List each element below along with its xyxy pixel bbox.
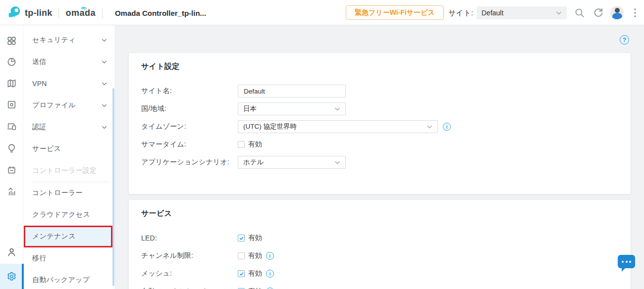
site-name-input[interactable] [238,85,346,97]
mesh-row: メッシュ: 有効 i [141,265,618,283]
top-bar: tp-link omada Omada Controller_tp-lin...… [0,0,644,25]
sites-grid-icon[interactable] [6,36,17,46]
dashboard-pie-icon[interactable] [6,56,17,67]
chevron-down-icon [427,125,432,129]
led-checkbox[interactable] [238,235,245,241]
sidebar-item-maintenance[interactable]: メンテナンス [24,226,112,247]
help-icon[interactable]: ? [620,35,629,45]
emergency-wifi-service-button[interactable]: 緊急フリーWi-Fiサービス [346,5,444,20]
insights-bulb-icon[interactable] [6,143,17,153]
channel-limit-row: チャンネル制限: 有効 i [141,247,618,265]
omada-controller-app: tp-link omada Omada Controller_tp-lin...… [0,0,644,289]
devices-icon[interactable] [6,99,17,110]
chat-dot [629,261,631,263]
info-icon[interactable]: i [266,252,274,260]
settings-gear-icon[interactable] [6,271,17,282]
logs-icon[interactable] [6,165,17,175]
sidebar-item-label: 送信 [32,57,102,66]
check-icon [239,236,244,241]
site-select-dropdown[interactable]: Default [477,6,567,19]
sidebar-item-vpn[interactable]: VPN [23,73,115,95]
omada-wifi-arcs-icon [80,4,88,9]
main-content: ? サイト設定 サイト名: 国/地域: 日本 タイムゾーン: (UTC) 協定世… [115,25,644,289]
chevron-down-icon [334,161,340,164]
chevron-down-icon [102,82,107,86]
sidebar-item-cloud-access[interactable]: クラウドアクセス [23,204,115,226]
check-icon [239,271,244,277]
site-select-value: Default [482,9,556,17]
scenario-select[interactable]: ホテル [238,156,346,169]
user-avatar[interactable] [610,6,624,19]
mesh-label: メッシュ: [141,269,238,278]
sidebar-scrollbar[interactable] [112,88,114,286]
kebab-menu-icon[interactable] [629,7,641,19]
site-name-row: サイト名: [141,82,618,100]
divider [58,7,59,18]
timezone-select[interactable]: (UTC) 協定世界時 [238,120,438,133]
tp-link-wordmark: tp-link [25,8,52,18]
info-icon[interactable]: i [443,123,451,131]
tp-link-logo-icon [7,5,22,20]
scenario-select-value: ホテル [243,158,334,167]
auto-failover-row: 自動フェイルオーバー: 有効 i [141,283,618,289]
led-label: LED: [141,234,238,242]
chevron-down-icon [334,107,340,111]
site-settings-title: サイト設定 [141,61,618,71]
divider [102,7,103,18]
chevron-down-icon [102,60,107,64]
sidebar-item-label: クラウドアクセス [32,210,107,219]
sidebar-item-label: プロファイル [32,101,102,110]
chat-feedback-icon[interactable] [618,255,635,268]
sidebar-item-authentication[interactable]: 認証 [23,116,115,138]
timezone-label: タイムゾーン: [141,122,238,131]
sidebar-item-label: サービス [32,144,107,153]
dst-checkbox-label: 有効 [248,140,262,149]
info-icon[interactable]: i [266,270,274,278]
avatar-body [612,13,622,19]
mesh-checkbox-label: 有効 [248,269,262,278]
channel-limit-checkbox[interactable] [238,252,245,259]
sidebar-item-transmission[interactable]: 送信 [23,51,115,73]
chevron-down-icon [102,104,107,107]
timezone-row: タイムゾーン: (UTC) 協定世界時 i [141,118,618,136]
sidebar-item-security[interactable]: セキュリティ [23,29,115,51]
sidebar-item-label: コントローラー [32,189,107,197]
reports-chart-icon[interactable] [6,187,17,197]
chevron-down-icon [102,39,107,42]
chevron-down-icon [102,126,107,129]
sidebar-item-label: 認証 [32,123,102,132]
search-icon[interactable] [574,7,586,19]
scenario-row: アプリケーションシナリオ: ホテル [141,153,618,171]
timezone-select-value: (UTC) 協定世界時 [243,122,427,131]
site-name-label: サイト名: [141,87,238,96]
sidebar-item-auto-backup[interactable]: 自動バックアップ [23,269,115,289]
sidebar-item-label: VPN [32,80,102,88]
led-row: LED: 有効 [141,229,618,247]
refresh-icon[interactable] [592,7,604,19]
site-label: サイト: [448,8,473,18]
services-title: サービス [141,208,618,218]
omada-logo: omada [65,8,96,18]
icon-rail [0,25,23,289]
mesh-checkbox[interactable] [238,270,245,277]
channel-limit-label: チャンネル制限: [141,251,238,260]
dst-checkbox[interactable] [238,141,245,148]
account-person-icon[interactable] [6,247,17,257]
sidebar-item-controller-settings: コントローラー設定 [23,160,115,182]
led-checkbox-label: 有効 [248,234,262,242]
services-card: サービス LED: 有効 チャンネル制限: 有効 i メッシュ: 有効 [129,200,631,289]
sidebar-item-profiles[interactable]: プロファイル [23,95,115,116]
brand-area: tp-link omada Omada Controller_tp-lin... [7,4,206,22]
clients-icon[interactable] [6,121,17,132]
sidebar-item-controller[interactable]: コントローラー [23,182,115,204]
sidebar-item-migration[interactable]: 移行 [23,247,115,269]
sidebar-item-label: コントローラー設定 [32,166,107,175]
auto-failover-label: 自動フェイルオーバー: [141,287,238,289]
settings-submenu: セキュリティ 送信 VPN プロファイル 認証 サービス コントローラー設定 コ… [23,25,115,289]
sidebar-item-services[interactable]: サービス [23,138,115,160]
chevron-down-icon [556,11,562,15]
chat-dot [622,261,624,263]
map-icon[interactable] [6,78,17,89]
country-select[interactable]: 日本 [238,102,346,115]
dst-label: サマータイム: [141,140,238,149]
